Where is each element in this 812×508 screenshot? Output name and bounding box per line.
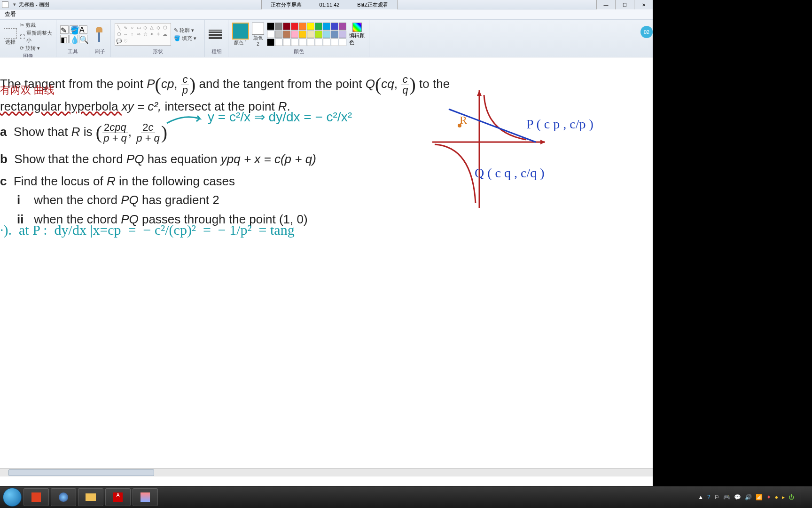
share-time: 01:11:42 <box>320 2 340 8</box>
palette-color[interactable] <box>291 23 298 30</box>
graph-point-R: R <box>460 114 467 127</box>
start-button[interactable] <box>3 488 22 507</box>
group-thickness-label: 粗细 <box>209 47 224 57</box>
system-tray[interactable]: ▲ ? ⚐ 🎮 💬 🔊 📶 ✦ ● ▸ ⏻ <box>698 489 809 505</box>
work-annotation: ·). at P : dy/dx |x=cp = − c²/(cp)² = − … <box>0 222 295 238</box>
color2-swatch[interactable]: 颜色 2 <box>252 23 264 47</box>
tray-misc-icon[interactable]: ● <box>775 494 778 500</box>
app-icon <box>2 1 8 8</box>
palette-color[interactable] <box>267 23 274 30</box>
share-status: 正在分享屏幕 <box>271 1 302 8</box>
palette-color[interactable] <box>331 31 338 38</box>
brushes-button[interactable] <box>93 27 105 42</box>
palette-color[interactable] <box>307 31 314 38</box>
palette-color[interactable] <box>307 39 314 46</box>
tray-power-icon[interactable]: ⏻ <box>789 494 794 500</box>
tray-chat-icon[interactable]: 💬 <box>734 494 741 500</box>
palette-color[interactable] <box>339 23 346 30</box>
tray-net-icon[interactable]: 📶 <box>756 494 763 500</box>
palette-color[interactable] <box>291 31 298 38</box>
tray-game-icon[interactable]: 🎮 <box>723 494 730 500</box>
palette-color[interactable] <box>267 31 274 38</box>
palette-color[interactable] <box>299 23 306 30</box>
svg-marker-3 <box>477 90 482 96</box>
doc-title: 无标题 <box>19 1 34 8</box>
pencil-tool[interactable]: ✎ <box>60 25 69 34</box>
taskbar[interactable]: A ▲ ? ⚐ 🎮 💬 🔊 📶 ✦ ● ▸ ⏻ <box>0 486 812 508</box>
palette-color[interactable] <box>339 39 346 46</box>
palette-color[interactable] <box>299 39 306 46</box>
notification-badge[interactable]: 02 <box>640 26 653 38</box>
shapes-gallery[interactable]: ╲∿○▭◇△ ◇⬠⬡→↑⇨ ☆✦✧☁💬♡ <box>115 23 171 46</box>
qat-dropdown[interactable]: ▾ <box>13 1 16 8</box>
taskbar-app-paint[interactable] <box>133 488 158 506</box>
palette-color[interactable] <box>275 39 282 46</box>
palette-color[interactable] <box>275 31 282 38</box>
palette-color[interactable] <box>283 23 290 30</box>
fill-tool[interactable]: 🪣 <box>70 25 78 34</box>
menubar: 查看 <box>0 9 653 20</box>
palette-color[interactable] <box>283 31 290 38</box>
taskbar-app-foxit[interactable] <box>23 488 49 506</box>
palette-color[interactable] <box>323 39 330 46</box>
palette-color[interactable] <box>323 23 330 30</box>
derivative-annotation: y = c²/x ⇒ dy/dx = − c²/x² <box>164 109 352 128</box>
palette-color[interactable] <box>291 39 298 46</box>
minimize-button[interactable]: — <box>596 0 615 9</box>
resize-button[interactable]: ⛶ 重新调整大小 <box>20 30 52 44</box>
group-tools-label: 工具 <box>60 47 85 57</box>
maximize-button[interactable]: ☐ <box>615 0 634 9</box>
show-desktop[interactable] <box>801 489 805 505</box>
svg-marker-1 <box>540 140 545 144</box>
paint-canvas[interactable]: The tangent from the point P(cp, cp) and… <box>0 57 653 476</box>
app-name: 画图 <box>39 1 49 8</box>
picker-tool[interactable]: 💧 <box>70 35 78 43</box>
graph-point-Q: Q ( c q , c/q ) <box>475 166 545 181</box>
tray-help-icon[interactable]: ? <box>707 494 710 500</box>
palette-color[interactable] <box>331 23 338 30</box>
palette-color[interactable] <box>283 39 290 46</box>
palette-color[interactable] <box>267 39 274 46</box>
close-button[interactable]: ✕ <box>634 0 653 9</box>
shape-outline[interactable]: ✎ 轮廓 ▾ <box>174 27 196 34</box>
group-colors-label: 颜色 <box>232 47 365 57</box>
taskbar-app-adobe[interactable]: A <box>105 488 131 506</box>
color-palette[interactable] <box>267 23 346 46</box>
menu-view[interactable]: 查看 <box>5 10 16 18</box>
color1-swatch[interactable]: 颜色 1 <box>232 23 249 46</box>
scrollbar-thumb[interactable] <box>8 469 154 476</box>
eraser-tool[interactable]: ◧ <box>60 35 69 43</box>
red-annotation: 有两双 曲线 <box>0 83 55 97</box>
hyperbola-graph <box>423 81 592 213</box>
palette-color[interactable] <box>315 23 322 30</box>
rotate-button[interactable]: ⟳ 旋转 ▾ <box>20 45 52 52</box>
select-tool[interactable]: 选择 <box>4 28 17 46</box>
magnify-tool[interactable]: 🔍 <box>79 35 87 43</box>
problem-text: The tangent from the point P(cp, cp) and… <box>0 71 450 228</box>
tray-flag-icon[interactable]: ⚐ <box>714 494 719 500</box>
group-shapes-label: 形状 <box>115 47 201 57</box>
group-brush-label: 刷子 <box>93 47 107 57</box>
ribbon: 选择 ✂ 剪裁 ⛶ 重新调整大小 ⟳ 旋转 ▾ 图像 ✎ 🪣 A ◧ 💧 🔍 <box>0 20 653 57</box>
thickness-button[interactable] <box>209 30 222 39</box>
palette-color[interactable] <box>307 23 314 30</box>
palette-color[interactable] <box>275 23 282 30</box>
palette-color[interactable] <box>339 31 346 38</box>
text-tool[interactable]: A <box>79 25 87 34</box>
shape-fill[interactable]: 🪣 填充 ▾ <box>174 35 196 42</box>
tray-icon[interactable]: ▲ <box>698 494 703 500</box>
tray-vol-icon[interactable]: 🔊 <box>745 494 752 500</box>
edit-colors-button[interactable]: 编辑颜色 <box>349 23 365 46</box>
palette-color[interactable] <box>315 31 322 38</box>
palette-color[interactable] <box>331 39 338 46</box>
palette-color[interactable] <box>299 31 306 38</box>
horizontal-scrollbar[interactable] <box>0 468 653 476</box>
tray-chevron-icon[interactable]: ▸ <box>782 494 785 500</box>
taskbar-app-explorer[interactable] <box>78 488 103 506</box>
palette-color[interactable] <box>323 31 330 38</box>
share-watcher: BlitZ正在观看 <box>357 1 388 8</box>
taskbar-app-browser[interactable] <box>51 488 76 506</box>
crop-button[interactable]: ✂ 剪裁 <box>20 22 52 29</box>
palette-color[interactable] <box>315 39 322 46</box>
tray-av-icon[interactable]: ✦ <box>766 494 771 500</box>
